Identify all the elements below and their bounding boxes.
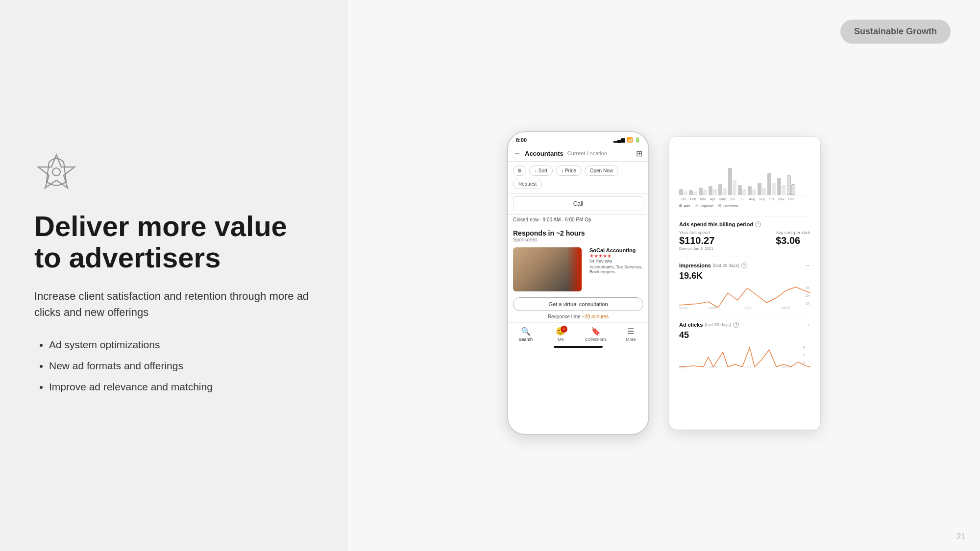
ad-clicks-value: 45 [679,330,810,340]
impressions-section: Impressions (last 30 days) ? → 19.6K 11/… [679,257,810,310]
wifi-icon: 📶 [627,137,633,143]
ads-spend-label: Your Ads spend [679,230,714,235]
filter-open-now-chip[interactable]: Open Now [585,166,618,176]
svg-text:12/6: 12/6 [745,365,752,368]
svg-text:11/29: 11/29 [709,306,717,309]
filter-sort-chip[interactable]: ↓ Sort [529,166,553,176]
ads-spend-title: Ads spend this billing period ? [679,221,810,227]
impressions-title-text: Impressions [679,263,711,268]
your-ads-spend: Your Ads spend $110.27 Due on Jan 1, 202… [679,230,714,251]
battery-icon: 🔋 [635,137,640,143]
nav-more-label: More [626,337,636,342]
avg-cpc: Avg cost-per-click $3.06 [776,230,810,251]
nav-me-label: Me [558,337,564,342]
left-panel: Deliver more value to advertisers Increa… [0,0,348,551]
map-icon[interactable]: ⊞ [636,149,642,158]
filter-price-chip[interactable]: ↓ Price [556,166,582,176]
svg-text:12/6: 12/6 [745,306,752,309]
bar-chart [679,146,810,195]
spend-row: Your Ads spend $110.27 Due on Jan 1, 202… [679,230,810,251]
ads-spend-title-text: Ads spend this billing period [679,221,753,227]
impressions-header: Impressions (last 30 days) ? → [679,262,810,269]
sub-text: Increase client satisfaction and retenti… [34,288,314,320]
reviews-count: 54 Reviews [589,259,643,264]
nav-me[interactable]: 😊 2 Me [543,327,579,342]
phone-nav-bar: ← Accountants Current Location ⊞ [508,146,648,162]
call-bar: Call [508,193,648,215]
ad-clicks-period: last 30 days [706,322,730,327]
filter-bar: ⚙ ↓ Sort ↓ Price Open Now Request [508,162,648,193]
star-rating: ★★★★★ [589,253,643,259]
ad-clicks-section: Ad clicks (last 30 days) ? → 45 11/22 11… [679,316,810,369]
filter-settings-chip[interactable]: ⚙ [513,166,526,176]
nav-collections-label: Collections [585,337,607,342]
page-number: 21 [956,532,965,541]
ad-clicks-header: Ad clicks (last 30 days) ? → [679,321,810,328]
business-image [513,247,582,291]
svg-point-0 [52,168,60,176]
right-panel: Sustainable Growth 8:00 ▂▄▆ 📶 🔋 ← Accoun… [348,0,980,551]
responds-title: Responds in ~2 hours [513,229,643,237]
svg-text:3K: 3K [806,286,810,289]
nav-subtitle: Current Location [567,150,607,156]
impressions-period: last 30 days [714,263,738,268]
home-indicator [554,346,603,348]
ad-clicks-title-text: Ad clicks [679,322,703,328]
svg-text:2K: 2K [806,293,810,297]
business-card: SoCal Accounting ★★★★★ 54 Reviews Accoun… [508,244,648,294]
bullet-item-2: New ad formats and offerings [49,359,314,373]
ads-spend-info-icon: ? [755,221,761,227]
bar-chart-container: Jan Feb Mar Apr May Jun Jul Aug Sep Oct … [679,146,810,210]
filter-request-chip[interactable]: Request [513,179,542,189]
ad-clicks-arrow[interactable]: → [805,321,810,328]
phone-bottom-nav: 🔍 Search 😊 2 Me 🔖 Collections ☰ More [508,322,648,344]
phone-status-bar: 8:00 ▂▄▆ 📶 🔋 [508,132,648,146]
ads-spend-due: Due on Jan 1, 2021 [679,246,714,251]
chart-legend: Ads Organic Forecast [679,204,810,208]
status-icons: ▂▄▆ 📶 🔋 [613,137,640,143]
nav-search-label: Search [518,337,533,342]
chart-month-labels: Jan Feb Mar Apr May Jun Jul Aug Sep Oct … [679,197,810,201]
svg-text:11/22: 11/22 [679,306,687,309]
legend-organic: Organic [700,204,713,208]
svg-text:1K: 1K [806,301,810,305]
impressions-value: 19.6K [679,271,810,281]
svg-text:4: 4 [803,345,805,348]
collections-icon: 🔖 [591,327,601,336]
call-button[interactable]: Call [513,196,643,211]
impressions-arrow[interactable]: → [805,262,810,269]
ad-clicks-title: Ad clicks (last 30 days) ? [679,322,739,328]
me-badge: 2 [561,326,567,333]
open-status: Op [585,217,591,222]
business-category: Accountants, Tax Services, Bookkeepers [589,264,643,274]
svg-text:12/13: 12/13 [781,365,789,368]
ads-spend-section: Ads spend this billing period ? Your Ads… [679,216,810,251]
consult-button[interactable]: Get a virtual consultation [513,297,643,311]
main-heading: Deliver more value to advertisers [34,211,314,273]
logo-icon [34,150,314,211]
sponsored-tag: Sponsored [513,237,643,242]
sustainable-growth-badge: Sustainable Growth [840,20,951,44]
impressions-chart: 11/22 11/29 12/6 12/13 3K 2K 1K [679,283,810,310]
responds-section: Responds in ~2 hours Sponsored [508,225,648,244]
ads-spend-value: $110.27 [679,235,714,246]
hours-text: Closed now · 9:00 AM - 6:00 PM [513,217,583,222]
status-time: 8:00 [516,137,527,143]
business-name: SoCal Accounting [589,247,643,253]
response-time: Response time ~20 minutes [508,314,648,322]
nav-collections[interactable]: 🔖 Collections [578,327,613,342]
nav-search[interactable]: 🔍 Search [508,327,543,342]
nav-more[interactable]: ☰ More [613,327,649,342]
avg-cpc-label: Avg cost-per-click [776,230,810,235]
bullet-item-3: Improve ad relevance and matching [49,380,314,394]
legend-forecast: Forecast [723,204,738,208]
impressions-info-icon: ? [741,263,747,268]
svg-text:11/29: 11/29 [709,365,717,368]
search-icon: 🔍 [521,327,531,336]
response-time-value: ~20 minutes [582,314,609,319]
more-icon: ☰ [627,327,634,336]
bullet-list: Ad system optimizations New ad formats a… [34,337,314,401]
nav-title: Accountants [525,150,564,157]
dashboard-mockup: Jan Feb Mar Apr May Jun Jul Aug Sep Oct … [669,136,821,430]
back-arrow-icon[interactable]: ← [514,149,521,157]
